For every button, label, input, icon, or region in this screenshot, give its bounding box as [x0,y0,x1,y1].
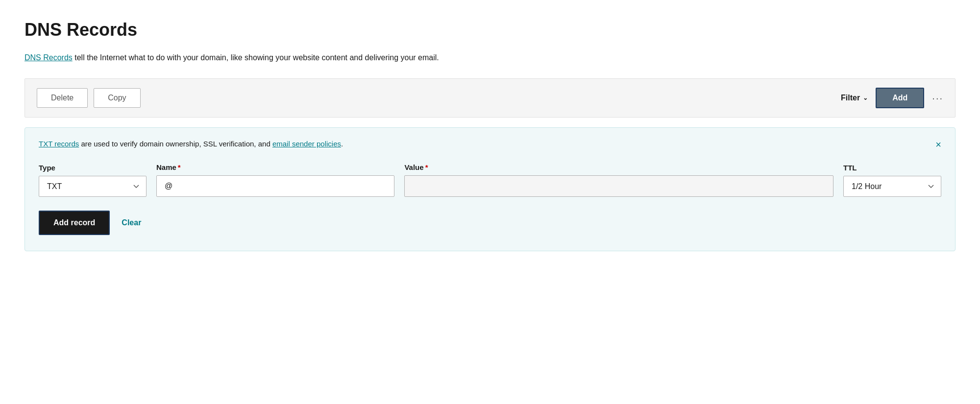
form-row: Type TXT A AAAA CNAME MX NS SOA SRV CAA … [39,163,941,197]
name-input[interactable] [156,175,394,197]
value-required-star: * [425,163,428,171]
info-panel: TXT records are used to verify domain ow… [24,127,956,251]
add-record-button[interactable]: Add record [39,211,110,235]
email-sender-policies-link[interactable]: email sender policies [272,140,341,148]
copy-button[interactable]: Copy [94,88,140,108]
filter-button[interactable]: Filter ⌄ [841,94,868,102]
page-description: DNS Records tell the Internet what to do… [24,52,956,64]
toolbar-left: Delete Copy [37,88,141,108]
action-row: Add record Clear [39,211,941,235]
info-message: TXT records are used to verify domain ow… [39,140,941,149]
type-label: Type [39,164,147,172]
ttl-label: TTL [843,164,941,172]
value-label: Value* [404,163,833,171]
txt-records-link[interactable]: TXT records [39,140,79,148]
delete-button[interactable]: Delete [37,88,88,108]
name-required-star: * [178,163,181,171]
more-options-button[interactable]: ··· [932,93,943,104]
page-title: DNS Records [24,20,956,40]
type-field: Type TXT A AAAA CNAME MX NS SOA SRV CAA [39,164,147,197]
add-button[interactable]: Add [876,88,924,108]
type-select[interactable]: TXT A AAAA CNAME MX NS SOA SRV CAA [39,176,147,197]
value-field: Value* [404,163,833,197]
ttl-field: TTL 1/2 Hour 1 Hour 4 Hours 1 Day [843,164,941,197]
toolbar: Delete Copy Filter ⌄ Add ··· [24,78,956,118]
toolbar-right: Filter ⌄ Add ··· [841,88,943,108]
ttl-select[interactable]: 1/2 Hour 1 Hour 4 Hours 1 Day [843,176,941,197]
name-field: Name* [156,163,394,197]
dns-records-link[interactable]: DNS Records [24,53,73,62]
info-text: TXT records are used to verify domain ow… [39,140,343,148]
close-button[interactable]: × [935,140,941,149]
clear-button[interactable]: Clear [122,218,141,227]
name-label: Name* [156,163,394,171]
filter-label: Filter [841,94,860,102]
value-input[interactable] [404,175,833,197]
chevron-down-icon: ⌄ [863,95,868,101]
